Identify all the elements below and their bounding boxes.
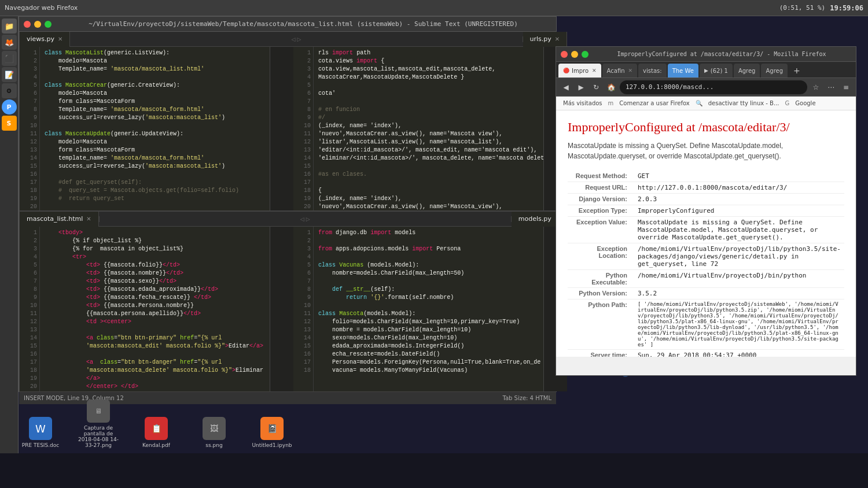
python-path-value: [ '/home/miomi/VirtualEnv/proyectoDj/sis…	[634, 300, 844, 350]
error-exception-location-row: Exception Location: /home/miomi/VirtualE…	[568, 243, 844, 270]
exception-type-value: ImproperlyConfigured	[634, 205, 844, 217]
back-button[interactable]: ◀	[560, 81, 572, 94]
request-url-value: http://127.0.0.1:8000/mascota/editar/3/	[634, 182, 844, 194]
error-python-path-row: Python Path: [ '/home/miomi/VirtualEnv/p…	[568, 300, 844, 350]
error-exception-type-row: Exception Type: ImproperlyConfigured	[568, 205, 844, 217]
python-executable-value: /home/miomi/VirtualEnv/proyectoDj/bin/py…	[634, 270, 844, 288]
views-code: 1234567891011121314151617181920212223242…	[20, 47, 270, 210]
pre-tesis-icon: W	[29, 417, 52, 440]
taskbar-bottom: W PRE TESIS.doc 🖥 Captura de pantalla de…	[0, 453, 868, 488]
error-details-table: Request Method: GET Request URL: http://…	[568, 171, 844, 357]
dock-icon-settings[interactable]: ⚙	[2, 83, 17, 98]
desktop-icon-notebook[interactable]: 📓 Untitled1.ipynb	[249, 415, 295, 450]
dock-icon-python[interactable]: P	[2, 99, 17, 114]
url-text: 127.0.0.1:8000/mascd...	[626, 83, 713, 91]
forward-button[interactable]: ▶	[575, 81, 587, 94]
models-code-text[interactable]: from django.db import models from apps.a…	[314, 227, 543, 391]
urls-pane[interactable]: 123456789101112131415161718192021222324 …	[293, 47, 544, 210]
bottom-editor-split: 1234567891011121314151617181920212223242…	[20, 227, 567, 391]
firefox-minimize-button[interactable]	[571, 51, 578, 58]
ss-icon: 🖼	[203, 417, 226, 440]
ff-tab-62[interactable]: ▶ (62) 1	[700, 64, 733, 77]
server-time-value: Sun, 29 Apr 2018 00:54:37 +0000	[634, 350, 844, 357]
ff-tab-impro-label: Impro	[572, 68, 589, 74]
url-bar[interactable]: 127.0.0.1:8000/mascd...	[620, 80, 807, 94]
error-page: ImproperlyConfigured at /mascota/editar/…	[556, 110, 856, 357]
tab-urls-py[interactable]: urls.py ✕	[523, 32, 568, 47]
ff-tab-thew[interactable]: The We	[668, 64, 698, 77]
ss-label: ss.png	[205, 442, 222, 448]
top-editor-tabs: views.py ✕ ◁ ▷ urls.py ✕	[20, 32, 567, 47]
ff-tab-acafin-label: Acafin	[607, 68, 625, 74]
desktop-icon-ss[interactable]: 🖼 ss.png	[191, 415, 237, 450]
bookmark-star[interactable]: ☆	[810, 81, 822, 94]
ff-tab-vistas[interactable]: vistas:	[638, 64, 667, 77]
django-version-value: 2.0.3	[634, 194, 844, 205]
ff-tab-agreg2[interactable]: Agreg	[761, 64, 788, 77]
ff-tab-impro[interactable]: 🔴 Impro ✕	[558, 64, 601, 77]
error-server-time-row: Server time: Sun, 29 Apr 2018 00:54:37 +…	[568, 350, 844, 357]
desktop-icon-pre-tesis[interactable]: W PRE TESIS.doc	[17, 415, 64, 450]
extensions-button[interactable]: ⋯	[825, 81, 837, 94]
minimap-left	[270, 47, 293, 210]
editor-layout: FOLDERS ▶ sistemaWeb ▼ Template ▶ adopci…	[19, 32, 556, 391]
desktop-icon-captura[interactable]: 🖥 Captura de pantalla de 2018-04-08 14-3…	[75, 397, 122, 450]
python-path-label: Python Path:	[568, 300, 634, 350]
dock-icon-sublime[interactable]: S	[2, 116, 17, 131]
bookmark-firefox[interactable]: Comenzar a usar Firefox	[616, 99, 693, 108]
exception-value-value: MascotaUpdate is missing a QuerySet. Def…	[634, 217, 844, 243]
python-version-value: 3.5.2	[634, 288, 844, 300]
dock-icon-firefox[interactable]: 🦊	[2, 35, 17, 50]
firefox-close-button[interactable]	[561, 51, 568, 58]
urls-code-text[interactable]: rls import path cota.views import { cota…	[314, 47, 543, 210]
tab-mascota-list-html[interactable]: mascota_list.html ✕	[20, 212, 99, 227]
sublime-text-window: ~/VirtualEnv/proyectoDj/sistemaWeb/Templ…	[19, 16, 557, 392]
python-version-label: Python Version:	[568, 288, 634, 300]
taskbar-top-left: Navegador web Firefox	[5, 4, 78, 12]
battery-indicator: (0:51, 51 %)	[779, 4, 825, 12]
error-request-method-row: Request Method: GET	[568, 171, 844, 182]
home-button[interactable]: 🏠	[605, 81, 617, 94]
request-url-label: Request URL:	[568, 182, 634, 194]
bookmark-tty[interactable]: desactivar tty linux - B...	[705, 99, 783, 108]
request-method-value: GET	[634, 171, 844, 182]
ff-tab-vistas-label: vistas:	[643, 68, 662, 74]
minimize-button[interactable]	[34, 21, 41, 28]
views-pane[interactable]: 1234567891011121314151617181920212223242…	[20, 47, 270, 210]
close-button[interactable]	[24, 21, 31, 28]
html-line-numbers: 1234567891011121314151617181920212223242…	[20, 227, 40, 391]
ff-tab-acafin[interactable]: Acafin ✕	[602, 64, 637, 77]
dock-icon-text[interactable]: 📝	[2, 67, 17, 82]
firefox-title: ImproperlyConfigured at /mascota/editar/…	[592, 51, 851, 57]
notebook-icon: 📓	[260, 417, 284, 440]
clock: 19:59:06	[830, 4, 863, 12]
reload-button[interactable]: ↻	[590, 81, 602, 94]
tab-views-py[interactable]: views.py ✕	[20, 32, 70, 47]
views-code-text[interactable]: class MascotaList(generic.ListView): mod…	[40, 47, 270, 210]
ff-tab-agreg1[interactable]: Agreg	[734, 64, 760, 77]
bookmark-google[interactable]: Google	[792, 99, 819, 108]
models-code: 123456789101112131415161718 from django.…	[293, 227, 543, 391]
html-code-text[interactable]: <tbody> {% if object_list %} {% for masc…	[40, 227, 270, 391]
urls-code: 123456789101112131415161718192021222324 …	[293, 47, 543, 210]
firefox-window: ImproperlyConfigured at /mascota/editar/…	[556, 46, 856, 376]
dock-icon-terminal[interactable]: ⬛	[2, 51, 17, 66]
desktop-icon-kendal[interactable]: 📋 Kendal.pdf	[133, 415, 179, 450]
menu-button[interactable]: ≡	[840, 81, 852, 94]
dock-icon-files[interactable]: 📁	[2, 19, 17, 34]
firefox-toolbar: ◀ ▶ ↻ 🏠 127.0.0.1:8000/mascd... ☆ ⋯ ≡	[556, 78, 856, 97]
error-exception-value-row: Exception Value: MascotaUpdate is missin…	[568, 217, 844, 243]
maximize-button[interactable]	[45, 21, 52, 28]
ff-tab-new[interactable]: +	[789, 64, 805, 77]
ff-tab-62-label: (62) 1	[711, 68, 728, 74]
bookmark-most-visited[interactable]: Más visitados	[560, 99, 606, 108]
taskbar-top: Navegador web Firefox (0:51, 51 %) 19:59…	[0, 0, 868, 16]
firefox-maximize-button[interactable]	[582, 51, 589, 58]
urls-line-numbers: 123456789101112131415161718192021222324	[293, 47, 314, 210]
models-pane[interactable]: 123456789101112131415161718 from django.…	[293, 227, 544, 391]
firefox-tabs-bar: 🔴 Impro ✕ Acafin ✕ vistas: The We ▶ (62)…	[556, 62, 856, 78]
html-pane[interactable]: 1234567891011121314151617181920212223242…	[20, 227, 270, 391]
editor-area: views.py ✕ ◁ ▷ urls.py ✕	[20, 32, 567, 391]
taskbar-app-name: Navegador web Firefox	[5, 4, 78, 12]
taskbar-top-right: (0:51, 51 %) 19:59:06	[779, 4, 863, 12]
